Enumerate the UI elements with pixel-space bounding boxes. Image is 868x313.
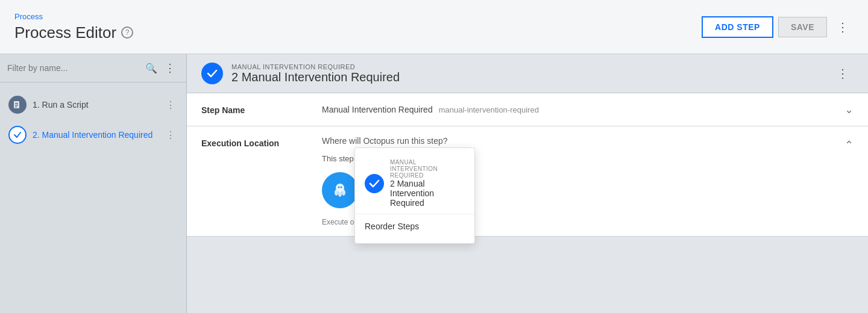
step-item-2[interactable]: 2. Manual Intervention Required ⋮ [0,120,186,150]
step-name-value: Manual Intervention Required manual-inte… [322,103,854,116]
reorder-steps-item[interactable]: Reorder Steps [355,214,474,238]
header-right: ADD STEP SAVE ⋮ [702,16,854,38]
breadcrumb[interactable]: Process [14,12,133,21]
sidebar: 🔍 ⋮ 1. Run a Script ⋮ [0,54,187,313]
exec-question: Where will Octopus run this step? [322,136,844,146]
step-header-info: MANUAL INTERVENTION REQUIRED 2 Manual In… [231,63,823,84]
context-title-small: MANUAL INTERVENTION REQUIRED [390,159,465,179]
step-header-kebab-button[interactable]: ⋮ [832,64,854,83]
context-menu-header: MANUAL INTERVENTION REQUIRED 2 Manual In… [355,153,474,214]
octopus-blue-icon [322,172,358,208]
help-icon-label: ? [125,28,130,37]
search-icon: 🔍 [145,63,157,74]
step-list: 1. Run a Script ⋮ 2. Manual Intervention… [0,82,186,157]
svg-rect-3 [15,107,17,108]
main-area: 🔍 ⋮ 1. Run a Script ⋮ [0,54,868,313]
step-item-1[interactable]: 1. Run a Script ⋮ [0,90,186,120]
exec-location-chevron-icon[interactable]: ⌃ [844,138,854,152]
filter-bar: 🔍 ⋮ [0,54,186,82]
step-header-label-small: MANUAL INTERVENTION REQUIRED [231,63,823,70]
context-menu-title: MANUAL INTERVENTION REQUIRED 2 Manual In… [390,159,465,208]
step-1-icon [8,96,27,114]
help-icon[interactable]: ? [121,26,133,39]
step-header-bar: MANUAL INTERVENTION REQUIRED 2 Manual In… [187,54,868,93]
filter-input[interactable] [7,63,142,73]
exec-location-row: Execution Location Where will Octopus ru… [187,126,868,237]
save-button[interactable]: SAVE [778,17,827,37]
content-area: MANUAL INTERVENTION REQUIRED 2 Manual In… [187,54,868,313]
step-2-icon [8,126,27,144]
header: Process Process Editor ? ADD STEP SAVE ⋮ [0,0,868,54]
context-menu-icon [365,174,384,193]
step-2-label: 2. Manual Intervention Required [33,130,157,140]
step-header-name: 2 Manual Intervention Required [231,70,823,84]
svg-rect-1 [15,103,18,104]
svg-rect-2 [15,105,18,106]
step-name-chevron-icon[interactable]: ⌄ [844,103,854,116]
svg-point-6 [338,191,342,197]
context-title-main: 2 Manual Intervention Required [390,179,465,208]
step-header-icon [201,63,223,84]
step-1-label: 1. Run a Script [33,100,157,110]
svg-point-9 [341,186,342,188]
step-1-kebab-button[interactable]: ⋮ [163,98,178,112]
exec-location-label: Execution Location [201,136,322,148]
header-kebab-button[interactable]: ⋮ [832,17,854,37]
svg-point-5 [335,190,338,196]
step-name-slug: manual-intervention-required [439,105,539,114]
step-2-kebab-button[interactable]: ⋮ [163,128,178,142]
svg-point-7 [342,190,345,196]
step-name-row: Step Name Manual Intervention Required m… [187,93,868,126]
step-name-text: Manual Intervention Required [322,105,433,114]
add-step-button[interactable]: ADD STEP [702,16,773,38]
page-title: Process Editor ? [14,23,133,42]
svg-point-8 [338,186,340,188]
context-menu: MANUAL INTERVENTION REQUIRED 2 Manual In… [354,147,475,244]
page-title-text: Process Editor [14,23,116,42]
header-left: Process Process Editor ? [14,12,133,42]
sidebar-kebab-button[interactable]: ⋮ [161,60,179,76]
step-name-label: Step Name [201,103,322,115]
